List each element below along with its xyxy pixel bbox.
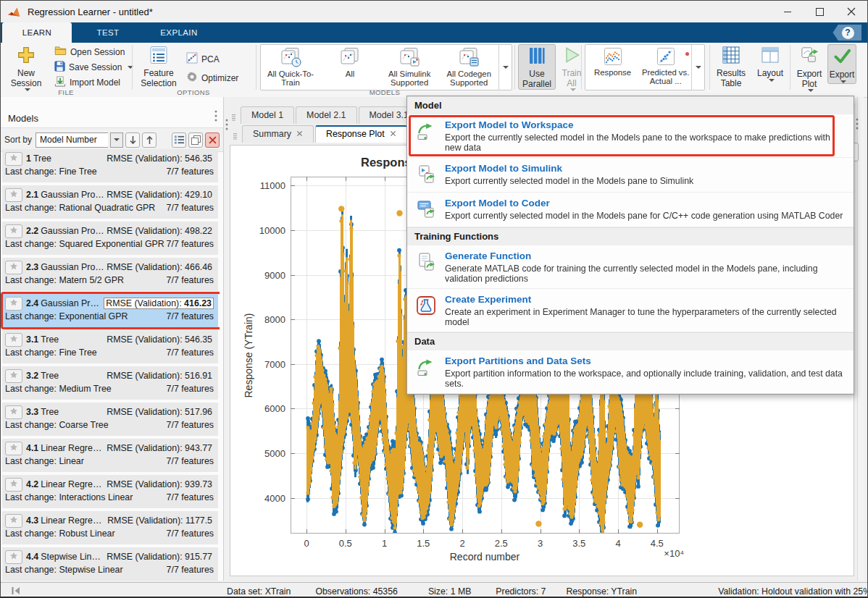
export-plot-button[interactable]: Export Plot (793, 44, 826, 92)
response-plot-button[interactable]: Response (585, 45, 640, 90)
favorite-star-button[interactable] (5, 333, 22, 347)
menu-item[interactable]: Generate Function Generate MATLAB code f… (407, 245, 854, 288)
sort-ascending-button[interactable] (125, 132, 140, 148)
pca-button[interactable]: PCA (183, 51, 241, 67)
model-card[interactable]: 4.4 Stepwise Linear... RMSE (Validation)… (2, 547, 218, 581)
model-card[interactable]: 4.3 Linear Regression RMSE (Validation):… (2, 511, 218, 544)
star-icon (9, 515, 18, 526)
view-tab[interactable]: Summary (242, 125, 314, 143)
model-id: 4.3 (26, 515, 38, 526)
close-icon[interactable] (390, 129, 396, 139)
new-session-button[interactable]: New Session (4, 44, 49, 91)
y-tick-label: 8000 (241, 314, 285, 325)
star-icon (9, 371, 18, 382)
model-rmse: RMSE (Validation): 939.73 (105, 479, 214, 489)
results-table-button[interactable]: Results Table (712, 44, 750, 88)
status-item: Observations: 45356 (315, 586, 397, 597)
favorite-star-button[interactable] (5, 550, 22, 564)
favorite-star-button[interactable] (5, 261, 22, 274)
model-document-tab[interactable]: Model 1 (241, 106, 294, 124)
models-panel: Models Sort by Model Number 1 Tree RMS (1, 97, 224, 581)
plots-gallery: Response Predicted vs. Actual ... (585, 44, 705, 90)
y-tick-label: 9000 (241, 270, 285, 281)
collapse-left-button[interactable] (11, 586, 21, 595)
favorite-star-button[interactable] (5, 188, 22, 202)
menu-item-description: Create an experiment in Experiment Manag… (445, 307, 846, 327)
favorite-star-button[interactable] (5, 152, 22, 166)
model-type-gallery-item[interactable]: All Simulink Supported (380, 45, 439, 90)
model-card[interactable]: 3.2 Tree RMSE (Validation): 516.91 Last … (2, 366, 218, 400)
gallery-simulink-icon (398, 47, 420, 70)
model-id: 2.3 (26, 262, 38, 272)
import-model-button[interactable]: Import Model (51, 75, 136, 90)
sort-by-select[interactable]: Model Number (36, 132, 108, 148)
model-card[interactable]: 2.4 Gaussian Proce... RMSE (Validation):… (2, 294, 218, 327)
model-type-gallery-item[interactable]: All Codegen Supported (439, 45, 498, 90)
menu-item[interactable]: Export Model to Workspace Export the cur… (407, 114, 854, 157)
favorite-star-button[interactable] (5, 442, 22, 455)
help-icon: ? (842, 27, 854, 39)
view-tab[interactable]: Response Plot (315, 125, 407, 143)
optimizer-button[interactable]: Optimizer (183, 70, 241, 85)
feature-selection-button[interactable]: Feature Selection (137, 44, 180, 88)
model-card[interactable]: 3.3 Tree RMSE (Validation): 517.96 Last … (2, 403, 218, 436)
x-tick-label: 1.5 (407, 538, 439, 549)
layout-button[interactable]: Layout (753, 44, 788, 82)
favorite-star-button[interactable] (5, 514, 22, 528)
ribbon-tab[interactable]: LEARN (2, 22, 72, 43)
model-type-gallery-item[interactable]: All Quick-To-Train (261, 45, 320, 90)
use-parallel-toggle[interactable]: Use Parallel (518, 44, 556, 90)
favorite-star-button[interactable] (5, 224, 22, 238)
ribbon-tab[interactable]: EXPLAIN (144, 22, 214, 43)
model-name: Gaussian Proce... (41, 298, 104, 308)
model-card[interactable]: 2.1 Gaussian Proce... RMSE (Validation):… (2, 185, 218, 219)
model-card[interactable]: 4.2 Linear Regression RMSE (Validation):… (2, 475, 218, 508)
regression-learner-window: Regression Learner - untitled* LEARNTEST… (0, 0, 868, 598)
close-icon[interactable] (296, 129, 303, 139)
model-name: Gaussian Proce... (41, 226, 105, 236)
menu-item[interactable]: Export Partitions and Data Sets Export p… (407, 350, 854, 393)
status-item: Data set: XTrain (227, 586, 291, 597)
model-id: 1 (26, 153, 31, 164)
model-last-change: Last change: Stepwise Linear (5, 565, 123, 575)
minimize-button[interactable] (772, 1, 804, 22)
model-name: Linear Regression (41, 479, 105, 489)
duplicate-model-button[interactable] (188, 132, 203, 148)
model-card[interactable]: 1 Tree RMSE (Validation): 546.35 Last ch… (2, 149, 218, 182)
panel-splitter[interactable] (224, 97, 230, 581)
favorite-star-button[interactable] (5, 369, 22, 383)
model-type-gallery-item[interactable]: All (320, 45, 380, 90)
window-title: Regression Learner - untitled* (28, 7, 153, 17)
export-button[interactable]: Export (827, 44, 856, 84)
gallery-expand-button[interactable] (498, 45, 512, 90)
sort-descending-button[interactable] (142, 132, 157, 148)
menu-item[interactable]: Export Model to Simulink Export currentl… (407, 158, 854, 192)
ribbon-tab[interactable]: TEST (73, 22, 143, 43)
document-bar-menu-button[interactable] (856, 113, 859, 135)
save-session-button[interactable]: Save Session (51, 59, 136, 75)
favorite-star-button[interactable] (5, 297, 22, 311)
model-document-tab[interactable]: Model 2.1 (296, 106, 356, 124)
menu-item[interactable]: Export Model to Coder Export currently s… (407, 193, 854, 227)
delete-model-button[interactable] (205, 132, 220, 148)
maximize-button[interactable] (804, 1, 835, 22)
plots-gallery-expand-button[interactable] (691, 45, 704, 90)
model-card[interactable]: 2.3 Gaussian Proce... RMSE (Validation):… (2, 258, 218, 291)
right-scroll-strip[interactable] (857, 97, 864, 581)
model-card[interactable]: 3.1 Tree RMSE (Validation): 546.35 Last … (2, 330, 218, 363)
favorite-star-button[interactable] (5, 478, 22, 492)
model-card[interactable]: 2.2 Gaussian Proce... RMSE (Validation):… (2, 222, 218, 255)
open-session-button[interactable]: Open Session (51, 44, 136, 59)
predicted-vs-actual-button[interactable]: Predicted vs. Actual ... (640, 45, 691, 90)
models-panel-menu-button[interactable] (214, 110, 217, 124)
tab-group-grip-icon (231, 114, 236, 124)
train-all-button[interactable]: Train All (557, 44, 586, 91)
model-card[interactable]: 4.1 Linear Regression RMSE (Validation):… (2, 439, 218, 472)
sort-by-select-caret[interactable] (110, 132, 123, 148)
favorite-star-button[interactable] (5, 405, 22, 419)
menu-item[interactable]: Create Experiment Create an experiment i… (407, 289, 854, 332)
model-last-change: Last change: Robust Linear (5, 528, 115, 539)
select-models-button[interactable] (172, 132, 186, 148)
close-button[interactable] (835, 1, 867, 22)
model-name: Stepwise Linear... (41, 552, 105, 562)
